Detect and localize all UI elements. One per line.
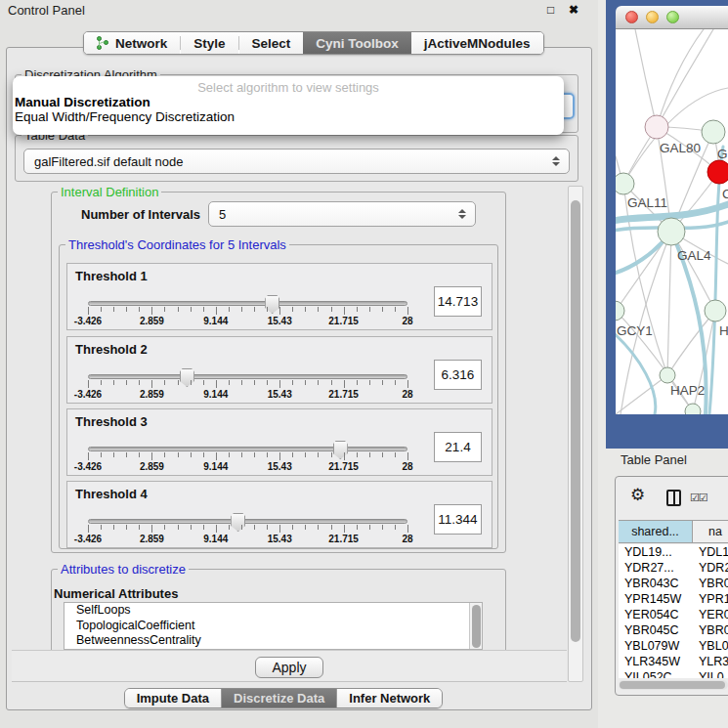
number-of-intervals-label: Number of Intervals bbox=[81, 207, 200, 222]
network-node[interactable] bbox=[660, 367, 675, 383]
attributes-list-scrollbar[interactable] bbox=[469, 603, 482, 650]
attribute-list-item[interactable]: BetweennessCentrality bbox=[64, 633, 482, 649]
tab-impute-data[interactable]: Impute Data bbox=[125, 689, 221, 707]
tab-label: Select bbox=[252, 36, 291, 51]
attribute-list-item[interactable]: TopologicalCoefficient bbox=[64, 619, 482, 634]
attribute-list-item[interactable]: SelfLoops bbox=[64, 603, 482, 619]
table-row[interactable]: YBL079WYBL0 bbox=[619, 638, 728, 654]
zoom-window-icon[interactable] bbox=[666, 11, 679, 23]
select-columns-icon[interactable]: ☑☑ bbox=[690, 492, 707, 504]
threshold-value-field[interactable]: 21.4 bbox=[434, 432, 482, 462]
combo-arrows-icon bbox=[552, 156, 560, 166]
split-view-icon[interactable] bbox=[666, 490, 681, 506]
screen: { "control_panel": { "title": "Control P… bbox=[0, 0, 728, 728]
tab-select[interactable]: Select bbox=[239, 32, 304, 54]
tab-jactivemnodules[interactable]: jActiveMNodules bbox=[411, 32, 543, 54]
network-window-titlebar[interactable] bbox=[616, 6, 728, 29]
network-node[interactable] bbox=[616, 301, 624, 321]
interval-definition-label: Interval Definition bbox=[58, 185, 161, 199]
table-panel-toolbar: ⚙ ☑☑ bbox=[616, 477, 728, 518]
threshold-slider-track[interactable] bbox=[88, 374, 407, 379]
minimize-window-icon[interactable] bbox=[646, 11, 659, 23]
slider-tick-labels: -3.4262.8599.14415.4321.71528 bbox=[88, 316, 407, 327]
dropdown-prompt: Select algorithm to view settings bbox=[13, 76, 564, 95]
threshold-value-field[interactable]: 11.344 bbox=[434, 504, 482, 535]
numerical-attributes-label: Numerical Attributes bbox=[54, 586, 178, 601]
menu-item-equal-width-frequency[interactable]: Equal Width/Frequency Discretization bbox=[13, 109, 564, 124]
tab-infer-network[interactable]: Infer Network bbox=[337, 689, 442, 707]
network-node[interactable] bbox=[707, 160, 728, 184]
threshold-value-field[interactable]: 14.713 bbox=[434, 286, 482, 317]
table-data-value: galFiltered.sif default node bbox=[34, 154, 183, 169]
slider-ticks bbox=[88, 307, 407, 316]
close-panel-icon[interactable]: ✖ bbox=[569, 3, 578, 17]
table-row[interactable]: YIL052CYIL0 bbox=[619, 669, 728, 678]
tab-label: Impute Data bbox=[137, 691, 209, 706]
threshold-label: Threshold 2 bbox=[75, 342, 148, 357]
tab-discretize-data[interactable]: Discretize Data bbox=[222, 689, 336, 707]
network-canvas[interactable]: GAL80GCGAL11GAL4GCY1HHAP2 bbox=[616, 29, 728, 414]
threshold-label: Threshold 3 bbox=[75, 414, 148, 429]
node-label: G bbox=[717, 147, 728, 161]
number-of-intervals-combobox[interactable]: 5 bbox=[208, 201, 476, 227]
panel-scrollbar-thumb[interactable] bbox=[571, 200, 580, 642]
control-panel-title: Control Panel bbox=[8, 3, 85, 18]
tab-style[interactable]: Style bbox=[181, 32, 237, 54]
network-node[interactable] bbox=[658, 218, 685, 245]
table-row[interactable]: YPR145WYPR1 bbox=[619, 591, 728, 607]
tab-label: Discretize Data bbox=[234, 691, 324, 706]
table-scrollbar-thumb[interactable] bbox=[620, 681, 725, 689]
thresholds-group-label: Threshold's Coordinates for 5 Intervals bbox=[65, 237, 289, 252]
node-label: HAP2 bbox=[670, 383, 705, 398]
table-row[interactable]: YBR045CYBR0 bbox=[619, 622, 728, 638]
table-row[interactable]: YBR043CYBR0 bbox=[619, 576, 728, 591]
numerical-attributes-list[interactable]: SelfLoopsTopologicalCoefficientBetweenne… bbox=[64, 602, 483, 650]
number-of-intervals-value: 5 bbox=[219, 207, 226, 222]
threshold-block: Threshold 4 -3.4262.8599.14415.4321.7152… bbox=[66, 481, 492, 548]
control-panel-titlebar: Control Panel □ ✖ bbox=[0, 0, 598, 20]
network-node[interactable] bbox=[705, 300, 726, 321]
float-window-icon[interactable]: □ bbox=[547, 3, 554, 17]
column-header-name[interactable]: na bbox=[693, 521, 728, 542]
table-row[interactable]: YDL19...YDL1 bbox=[619, 544, 728, 560]
threshold-slider-track[interactable] bbox=[88, 519, 407, 524]
column-header-shared-name[interactable]: shared... bbox=[619, 521, 693, 542]
node-label: C bbox=[722, 187, 728, 201]
combo-arrows-icon bbox=[458, 209, 466, 219]
gear-icon[interactable]: ⚙ bbox=[630, 487, 645, 503]
tab-label: jActiveMNodules bbox=[424, 36, 531, 51]
table-panel-title: Table Panel bbox=[621, 452, 687, 467]
panel-scrollbar[interactable] bbox=[568, 186, 583, 682]
network-node[interactable] bbox=[616, 173, 634, 194]
menu-item-manual-discretization[interactable]: Manual Discretization bbox=[13, 95, 564, 109]
apply-button[interactable]: Apply bbox=[255, 657, 323, 678]
node-table-body[interactable]: YDL19...YDL1YDR27...YDR2YBR043CYBR0YPR14… bbox=[619, 544, 728, 678]
table-header-row: shared... na bbox=[619, 520, 728, 543]
threshold-label: Threshold 4 bbox=[75, 487, 148, 501]
network-node[interactable] bbox=[685, 404, 701, 414]
slider-tick-labels: -3.4262.8599.14415.4321.71528 bbox=[88, 389, 407, 401]
close-window-icon[interactable] bbox=[625, 11, 638, 23]
table-row[interactable]: YER054CYER0 bbox=[619, 607, 728, 622]
tab-network[interactable]: Network bbox=[84, 32, 180, 54]
node-label: GAL11 bbox=[627, 195, 667, 210]
attributes-scrollbar-thumb[interactable] bbox=[472, 605, 481, 648]
tab-cyni-toolbox[interactable]: Cyni Toolbox bbox=[303, 32, 411, 54]
table-horizontal-scrollbar[interactable] bbox=[619, 680, 728, 690]
table-row[interactable]: YLR345WYLR3 bbox=[619, 654, 728, 669]
table-row[interactable]: YDR27...YDR2 bbox=[619, 560, 728, 576]
slider-tick-labels: -3.4262.8599.14415.4321.71528 bbox=[88, 461, 407, 473]
network-node[interactable] bbox=[645, 115, 668, 139]
control-panel-tabbar: Network Style Select Cyni Toolbox jActiv… bbox=[83, 31, 544, 55]
threshold-label: Threshold 1 bbox=[75, 269, 148, 283]
threshold-block: Threshold 2 -3.4262.8599.14415.4321.7152… bbox=[66, 336, 492, 404]
threshold-slider-track[interactable] bbox=[88, 301, 407, 306]
network-icon bbox=[97, 36, 109, 51]
table-data-combobox[interactable]: galFiltered.sif default node bbox=[23, 149, 570, 174]
threshold-slider-track[interactable] bbox=[88, 447, 407, 451]
node-label: GAL80 bbox=[660, 141, 701, 155]
threshold-value-field[interactable]: 6.316 bbox=[434, 360, 482, 390]
node-label: GCY1 bbox=[617, 323, 653, 338]
tab-label: Style bbox=[193, 36, 225, 51]
network-node[interactable] bbox=[702, 120, 725, 144]
